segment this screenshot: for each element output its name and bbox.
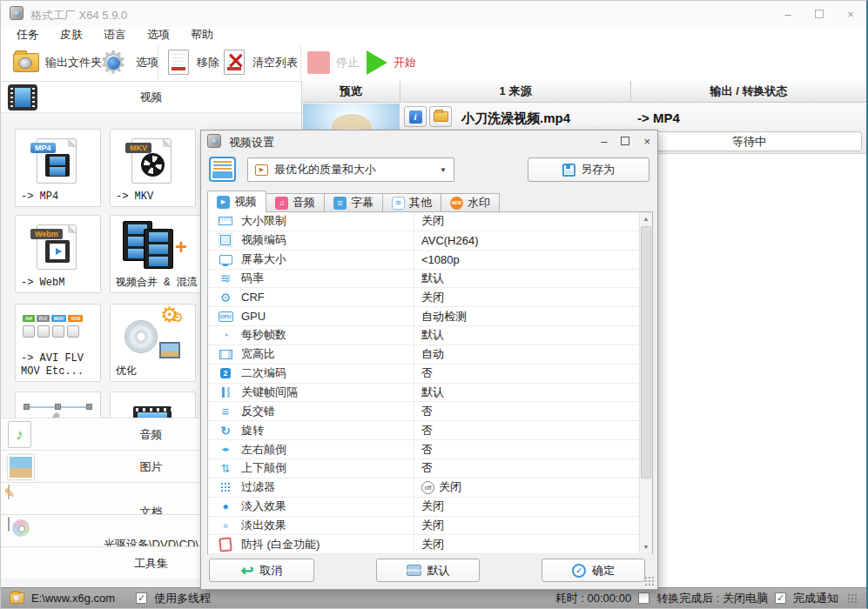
ok-button[interactable]: 确定 bbox=[542, 559, 645, 582]
setting-value: 否 bbox=[421, 404, 433, 419]
setting-row[interactable]: 旋转否 bbox=[208, 421, 652, 440]
size-limit-icon bbox=[219, 214, 232, 228]
setting-value: 关闭 bbox=[421, 499, 444, 514]
setting-name: 淡入效果 bbox=[241, 499, 286, 514]
off-badge-icon: off bbox=[421, 481, 434, 494]
remove-doc-icon bbox=[168, 50, 191, 76]
setting-value: 否 bbox=[421, 442, 433, 458]
setting-value: 自动 bbox=[421, 346, 444, 362]
elapsed-time: 耗时 : 00:00:00 bbox=[555, 591, 631, 606]
setting-row[interactable]: 每秒帧数默认 bbox=[208, 326, 652, 345]
stop-button[interactable]: 停止 bbox=[307, 44, 359, 81]
setting-row[interactable]: 屏幕大小<1080p bbox=[208, 251, 652, 270]
setting-row[interactable]: 左右颠倒否 bbox=[208, 440, 652, 459]
fade-out-icon bbox=[219, 519, 232, 532]
setting-value: 关闭 bbox=[421, 518, 444, 533]
other-tab-icon bbox=[392, 197, 405, 210]
setting-row[interactable]: 视频编码AVC(H264) bbox=[208, 231, 652, 251]
preset-dropdown[interactable]: 最优化的质量和大小 ▼ bbox=[247, 157, 454, 182]
tab-subtitle[interactable]: 字幕 bbox=[325, 193, 383, 212]
fade-in-icon bbox=[219, 499, 232, 513]
setting-row[interactable]: 上下颠倒否 bbox=[208, 459, 652, 478]
status-badge: 等待中 bbox=[636, 131, 862, 151]
tab-audio[interactable]: 音频 bbox=[266, 193, 325, 212]
cancel-arrow-icon bbox=[240, 563, 253, 579]
bitrate-icon bbox=[219, 271, 232, 285]
window-resize-grip[interactable] bbox=[847, 593, 858, 604]
setting-row[interactable]: 淡出效果关闭 bbox=[208, 517, 652, 536]
setting-row[interactable]: 反交错否 bbox=[208, 402, 652, 421]
output-path-folder-icon[interactable] bbox=[10, 592, 24, 604]
cell-label: 视频合并 & 混流 bbox=[116, 277, 198, 290]
cell-to-avi-flv-mov[interactable]: AVI FLV MOV VOB -> AVI FLV MOV Etc... bbox=[15, 304, 101, 382]
dialog-resize-grip[interactable] bbox=[644, 576, 655, 586]
close-icon[interactable]: × bbox=[844, 8, 858, 21]
save-as-button[interactable]: 另存为 bbox=[528, 157, 649, 182]
column-preview[interactable]: 预览 bbox=[302, 81, 400, 102]
setting-row[interactable]: 大小限制关闭 bbox=[208, 212, 652, 231]
stabilize-icon bbox=[219, 538, 232, 552]
title-bar: 格式工厂 X64 5.9.0 – × bbox=[1, 1, 866, 27]
scroll-up-icon[interactable]: ▲ bbox=[640, 212, 652, 225]
cell-to-mkv[interactable]: MKV -> MKV bbox=[110, 129, 196, 207]
dialog-maximize-icon[interactable] bbox=[621, 135, 629, 148]
dialog-app-icon bbox=[207, 134, 221, 148]
output-folder-button[interactable]: 输出文件夹 bbox=[13, 44, 102, 81]
setting-row[interactable]: 关键帧间隔默认 bbox=[208, 384, 652, 403]
default-button[interactable]: 默认 bbox=[376, 559, 480, 582]
remove-button[interactable]: 移除 bbox=[168, 44, 219, 81]
shutdown-checkbox[interactable] bbox=[638, 592, 649, 604]
app-icon bbox=[10, 6, 24, 20]
cell-video-merge[interactable]: + 视频合并 & 混流 bbox=[110, 215, 205, 293]
tab-other[interactable]: 其他 bbox=[383, 193, 441, 212]
mp4-file-icon: MP4 bbox=[37, 138, 77, 184]
setting-row[interactable]: 防抖 (白金功能)关闭 bbox=[208, 535, 652, 554]
setting-row[interactable]: 宽高比自动 bbox=[208, 345, 652, 365]
menu-skin[interactable]: 皮肤 bbox=[60, 27, 83, 43]
multithread-checkbox[interactable] bbox=[136, 592, 147, 604]
options-button[interactable]: 选项 bbox=[97, 44, 158, 81]
menu-language[interactable]: 语言 bbox=[104, 27, 126, 43]
menu-bar: 任务 皮肤 语言 选项 帮助 bbox=[1, 25, 866, 44]
cancel-button[interactable]: 取消 bbox=[209, 559, 314, 582]
menu-task[interactable]: 任务 bbox=[17, 27, 39, 43]
maximize-icon[interactable] bbox=[812, 8, 826, 21]
cell-to-mp4[interactable]: MP4 -> MP4 bbox=[15, 129, 101, 207]
menu-help[interactable]: 帮助 bbox=[191, 27, 213, 43]
setting-value: 关闭 bbox=[421, 213, 444, 229]
clear-list-label: 清空列表 bbox=[252, 55, 298, 70]
notify-checkbox[interactable] bbox=[775, 592, 786, 604]
minimize-icon[interactable]: – bbox=[781, 8, 795, 21]
scrollbar[interactable]: ▲ ▼ bbox=[639, 212, 652, 553]
cell-to-webm[interactable]: Webm -> WebM bbox=[15, 215, 101, 293]
setting-row[interactable]: 淡入效果关闭 bbox=[208, 498, 652, 517]
start-button[interactable]: 开始 bbox=[367, 44, 416, 81]
setting-row[interactable]: 二次编码否 bbox=[208, 365, 652, 384]
column-source[interactable]: 1 来源 bbox=[400, 81, 631, 102]
cell-label: -> MP4 bbox=[21, 191, 58, 204]
scroll-down-icon[interactable]: ▼ bbox=[640, 540, 652, 553]
toolbar-separator bbox=[300, 46, 301, 79]
setting-row[interactable]: 码率默认 bbox=[208, 270, 652, 289]
picture-icon bbox=[8, 455, 34, 479]
start-label: 开始 bbox=[394, 55, 416, 70]
tab-video[interactable]: 视频 bbox=[207, 191, 266, 213]
output-path[interactable]: E:\www.x6g.com bbox=[31, 592, 115, 605]
gear-icon bbox=[97, 46, 130, 79]
setting-row[interactable]: 过滤器off关闭 bbox=[208, 478, 652, 498]
tab-watermark[interactable]: 水印 bbox=[441, 193, 500, 212]
setting-value: 关闭 bbox=[421, 537, 444, 552]
setting-row[interactable]: GPU自动检测 bbox=[208, 307, 652, 326]
clear-list-button[interactable]: × 清空列表 bbox=[224, 44, 298, 81]
queue-header: 预览 1 来源 输出 / 转换状态 bbox=[302, 81, 866, 103]
setting-value: 默认 bbox=[421, 327, 444, 343]
menu-options[interactable]: 选项 bbox=[147, 27, 170, 43]
preset-value: 最优化的质量和大小 bbox=[274, 162, 376, 177]
setting-row[interactable]: CRF关闭 bbox=[208, 288, 652, 307]
column-output-state[interactable]: 输出 / 转换状态 bbox=[631, 81, 866, 102]
cell-optimize[interactable]: ⚙⚙ 优化 bbox=[110, 304, 196, 382]
dialog-close-icon[interactable]: × bbox=[643, 135, 650, 148]
video-section-header[interactable]: 视频 bbox=[1, 82, 301, 113]
dialog-minimize-icon[interactable]: – bbox=[601, 135, 607, 148]
scrollbar-thumb[interactable] bbox=[641, 226, 651, 478]
